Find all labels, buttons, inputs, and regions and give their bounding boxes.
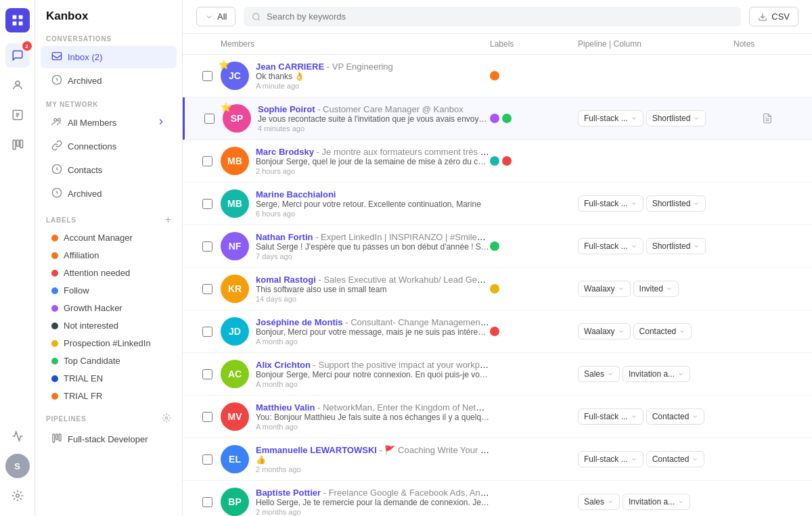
column-select[interactable]: Contacted [646,451,705,467]
row-checkbox[interactable] [204,114,215,124]
pipeline-cell: Full-stack ... Contacted [578,451,734,467]
sidebar-item-inbox[interactable]: Inbox (2) [41,46,177,68]
member-time: 6 hours ago [256,210,490,218]
member-name[interactable]: Emmanuelle LEWARTOWSKI [256,445,377,455]
pipeline-select[interactable]: Waalaxy [578,281,631,297]
member-name[interactable]: Nathan Fortin [256,232,313,242]
row-checkbox[interactable] [202,71,212,81]
svg-point-16 [165,417,168,419]
member-name[interactable]: Jean CARRIERE [256,62,324,72]
table-row[interactable]: MB Marc Brodsky - Je montre aux formateu… [183,140,812,183]
member-name[interactable]: Sophie Poirot [258,104,315,114]
pipeline-select[interactable]: Sales [578,494,620,510]
label-tag [490,327,499,336]
sidebar-item-contacts[interactable]: Contacts [41,159,177,181]
sidebar-label-item[interactable]: Affiliation [41,247,177,264]
sidebar-label-item[interactable]: Not interested [41,317,177,334]
sidebar-label-item[interactable]: Prospection #LinkedIn [41,335,177,352]
table-row[interactable]: MV Matthieu Valin - NetworkMan, Enter th… [183,396,812,438]
sidebar-item-all-members[interactable]: All Members [41,112,177,134]
nav-analytics-icon[interactable] [5,424,30,448]
column-select[interactable]: Shortlisted [646,238,706,254]
pipeline-select[interactable]: Waalaxy [578,323,631,339]
pipeline-select[interactable]: Sales [578,366,620,382]
labels-cell [490,241,578,251]
member-name[interactable]: Marc Brodsky [256,147,314,157]
nav-network-icon[interactable] [5,73,30,97]
table-row[interactable]: ⭐ SP Sophie Poirot - Customer Care Manag… [183,97,812,140]
filter-all-btn[interactable]: All [196,7,235,26]
pipeline-select[interactable]: Full-stack ... [578,408,644,425]
notes-cell[interactable] [734,113,801,124]
table-row[interactable]: NF Nathan Fortin - Expert LinkedIn | INS… [183,225,812,268]
row-checkbox[interactable] [202,497,212,507]
row-checkbox[interactable] [202,284,212,294]
pipeline-col: Sales Invitation a... [578,494,734,510]
table-row[interactable]: EL Emmanuelle LEWARTOWSKI - 🚩 Coaching W… [183,438,812,481]
search-bar[interactable] [244,7,741,26]
inbox-label: Inbox (2) [68,52,102,62]
pipeline-select[interactable]: Full-stack ... [578,451,644,467]
column-select[interactable]: Shortlisted [646,195,706,212]
sidebar-label-item[interactable]: Attention needed [41,264,177,281]
sidebar-item-connections[interactable]: Connections [41,135,177,158]
column-select[interactable]: Invited [633,281,679,297]
pipelines-section-label: PIPELINES [46,415,162,423]
member-text: Matthieu Valin - NetworkMan, Enter the K… [256,402,490,431]
sidebar-item-archived-conv[interactable]: Archived [41,70,177,92]
sidebar-item-archived-net[interactable]: Archived [41,183,177,205]
column-select[interactable]: Invitation a... [623,366,690,382]
member-name[interactable]: komal Rastogi [256,275,316,285]
app-icon[interactable] [5,8,30,32]
archived-conv-label: Archived [68,76,102,86]
nav-settings-icon[interactable] [5,484,30,508]
row-checkbox[interactable] [202,199,212,209]
member-name[interactable]: Matthieu Valin [256,402,315,413]
label-tag [490,114,499,123]
column-select[interactable]: Contacted [646,408,705,425]
column-select[interactable]: Contacted [633,323,692,339]
member-name[interactable]: Joséphine de Montis [256,317,343,327]
sidebar-label-item[interactable]: Growth Hacker [41,300,177,316]
sidebar-item-full-stack[interactable]: Full-stack Developer [41,428,177,450]
nav-messages-icon[interactable]: 2 [5,43,30,68]
csv-export-btn[interactable]: CSV [749,7,798,26]
row-checkbox[interactable] [202,454,212,465]
row-checkbox[interactable] [202,369,212,379]
table-row[interactable]: MB Marine Bacchialoni Serge, Merci pour … [183,183,812,225]
table-row[interactable]: ⭐ JC Jean CARRIERE - VP Engineering Ok t… [183,55,812,97]
add-pipeline-icon[interactable] [162,413,171,425]
nav-list-icon[interactable] [5,103,30,127]
row-checkbox-cell [194,241,221,252]
labels-cell [490,156,578,166]
label-name: Growth Hacker [64,303,122,313]
sidebar-label-item[interactable]: TRIAL EN [41,370,177,387]
search-input[interactable] [267,11,733,22]
row-checkbox[interactable] [202,241,212,252]
member-name[interactable]: Baptiste Pottier [256,488,321,498]
sidebar-label-item[interactable]: Follow [41,282,177,299]
sidebar-label-item[interactable]: Account Manager [41,229,177,246]
add-label-icon[interactable]: + [165,214,171,226]
sidebar-label-item[interactable]: TRIAL FR [41,388,177,404]
table-row[interactable]: BP Baptiste Pottier - Freelance Google &… [183,481,812,516]
avatar: BP [221,488,249,516]
pipeline-select[interactable]: Full-stack ... [578,195,644,212]
nav-avatar[interactable]: S [5,454,30,478]
row-checkbox[interactable] [202,412,212,422]
table-row[interactable]: JD Joséphine de Montis - Consultant- Cha… [183,310,812,353]
table-row[interactable]: KR komal Rastogi - Sales Executive at Wo… [183,268,812,310]
sidebar-label-item[interactable]: Top Candidate [41,352,177,369]
member-name[interactable]: Marine Bacchialoni [256,189,336,200]
pipeline-select[interactable]: Full-stack ... [578,110,644,126]
member-name[interactable]: Alix Crichton [256,360,311,370]
member-info: MB Marc Brodsky - Je montre aux formateu… [221,147,490,175]
column-select[interactable]: Invitation a... [623,494,690,510]
row-checkbox[interactable] [202,156,212,166]
pipeline-select[interactable]: Full-stack ... [578,238,644,254]
nav-kanban-icon[interactable] [5,133,30,157]
column-select[interactable]: Shortlisted [646,110,706,126]
main-header: All CSV [183,0,812,34]
row-checkbox[interactable] [202,327,212,337]
table-row[interactable]: AC Alix Crichton - Support the positive … [183,353,812,396]
